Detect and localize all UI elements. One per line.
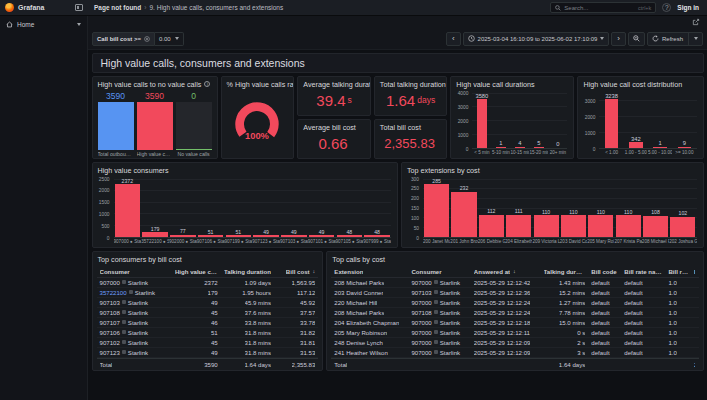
bar[interactable]	[115, 184, 141, 236]
sidebar-item-home[interactable]: Home	[0, 16, 87, 32]
column-header[interactable]: Talking duration	[221, 268, 274, 275]
share-icon[interactable]	[692, 18, 700, 26]
bar[interactable]	[561, 215, 586, 236]
bar[interactable]	[534, 215, 559, 236]
bar[interactable]	[534, 147, 544, 148]
grafana-logo-icon[interactable]	[5, 3, 14, 12]
bar-group[interactable]: 102	[669, 179, 696, 237]
chevron-down-icon[interactable]	[694, 37, 698, 40]
table-row[interactable]: 204 Elizabeth Chapman907000Starlink2025-…	[331, 318, 698, 328]
panel-title[interactable]: High value call cost distribution	[578, 77, 702, 90]
panel-title[interactable]: Average talking duration	[298, 77, 370, 90]
panel-title[interactable]: Top consumers by bill cost	[93, 252, 323, 265]
bar-group[interactable]: 179	[141, 179, 169, 237]
bar[interactable]	[477, 99, 487, 148]
table-row[interactable]: 220 Michael Hill907000Starlink2025-05-29…	[331, 298, 698, 308]
bar[interactable]	[506, 215, 531, 236]
column-header[interactable]: Consumer	[97, 268, 172, 275]
time-forward-button[interactable]: ›	[611, 32, 626, 46]
panel-title[interactable]: % High value calls ratio	[222, 77, 294, 90]
table-row[interactable]: 907103Starlink4945.9 mins45.92	[97, 298, 319, 308]
bar[interactable]	[605, 99, 618, 148]
panel-title[interactable]: Top extensions by cost	[402, 163, 703, 176]
bar[interactable]	[588, 215, 613, 236]
bar[interactable]	[479, 215, 504, 237]
panel-title[interactable]: Average bill cost	[298, 120, 370, 133]
bar-group[interactable]: 49	[252, 179, 280, 237]
table-row[interactable]: 907123Starlink4931.8 mins31.53	[97, 348, 319, 358]
bar-gauge-item[interactable]: 0No value calls	[176, 91, 212, 157]
help-icon[interactable]: ?	[662, 3, 671, 12]
bar-group[interactable]: 48	[336, 179, 364, 237]
bar[interactable]	[616, 215, 641, 236]
column-header[interactable]: Answered at↓	[471, 268, 541, 275]
bar[interactable]	[364, 235, 390, 236]
column-header[interactable]: High value calls	[172, 268, 221, 275]
bar[interactable]	[424, 184, 449, 236]
time-back-button[interactable]: ‹	[446, 32, 461, 46]
bar-group[interactable]: 0	[548, 93, 567, 148]
table-row[interactable]: 248 Denise Lynch907000Starlink2025-05-29…	[331, 338, 698, 348]
filter-value-select[interactable]: 0.00	[155, 32, 184, 46]
panel-title[interactable]: Total bill cost	[375, 120, 447, 133]
bar-group[interactable]: 110	[587, 179, 614, 237]
bar-group[interactable]: 3580	[472, 93, 491, 148]
table-row[interactable]: 907000Starlink23721.09 days1,563.95	[97, 278, 319, 288]
bar[interactable]	[653, 147, 666, 148]
bar[interactable]	[670, 217, 695, 237]
chevron-down-icon[interactable]	[77, 23, 81, 26]
zoom-out-button[interactable]	[628, 32, 645, 46]
bar-group[interactable]: 110	[532, 179, 559, 237]
bar[interactable]	[281, 235, 307, 236]
bar-group[interactable]: 342	[624, 93, 648, 148]
bar-group[interactable]: 110	[560, 179, 587, 237]
bar[interactable]	[309, 235, 335, 236]
bar-group[interactable]: 9	[672, 93, 696, 148]
bar-group[interactable]: 285	[423, 179, 450, 237]
table-row[interactable]: 208 Michael Parks907000Starlink2025-05-2…	[331, 278, 698, 288]
bar[interactable]	[337, 235, 363, 236]
breadcrumb-current[interactable]: 9. High value calls, consumers and exten…	[149, 4, 283, 11]
bar-gauge-item[interactable]: 3590Total outbound c...	[98, 91, 134, 157]
filter-label[interactable]: Call bill cost >=	[92, 32, 155, 46]
table-row[interactable]: 241 Heather Wilson907000Starlink2025-05-…	[331, 348, 698, 358]
panel-title[interactable]: High value consumers	[93, 163, 397, 176]
bar[interactable]	[142, 232, 168, 236]
breadcrumb-root[interactable]: Page not found	[94, 4, 141, 11]
table-row[interactable]: 208 Michael Parks907108Starlink2025-05-2…	[331, 308, 698, 318]
column-header[interactable]: Talking duration	[541, 268, 589, 275]
bar-gauge-item[interactable]: 3590High value calls	[137, 91, 173, 157]
column-header[interactable]: Bill rate	[665, 268, 691, 275]
bar-group[interactable]: 1	[491, 93, 510, 148]
bar[interactable]	[226, 235, 252, 236]
bar[interactable]	[170, 235, 196, 237]
column-header[interactable]: Bill cost↓	[274, 268, 318, 275]
bar[interactable]	[643, 216, 668, 237]
bar[interactable]	[496, 147, 506, 148]
table-row[interactable]: 907102Starlink4531.8 mins31.81	[97, 338, 319, 348]
bar-group[interactable]: 2372	[114, 179, 142, 237]
search-input[interactable]: Search... ctrl+k	[550, 2, 656, 13]
info-icon[interactable]: i	[204, 81, 210, 87]
bar-group[interactable]: 1	[648, 93, 672, 148]
bar[interactable]	[253, 235, 279, 236]
table-row[interactable]: 907108Starlink4537.6 mins37.57	[97, 308, 319, 318]
refresh-button[interactable]: Refresh	[647, 32, 703, 46]
bar-group[interactable]: 48	[363, 179, 391, 237]
table-row[interactable]: 35722100Starlink1791.95 hours117.12	[97, 288, 319, 298]
panel-title[interactable]: High value calls to no value calls i	[93, 77, 217, 90]
bar[interactable]	[198, 235, 224, 236]
panel-title[interactable]: Total talking duration	[375, 77, 447, 90]
table-row[interactable]: 203 David Conner907103Starlink2025-05-29…	[331, 288, 698, 298]
panel-title[interactable]: Top calls by cost	[327, 252, 702, 265]
bar-group[interactable]: 112	[478, 179, 505, 237]
bar-group[interactable]: 49	[280, 179, 308, 237]
bar-group[interactable]: 51	[197, 179, 225, 237]
consumer-id[interactable]: 35722100	[100, 289, 127, 296]
bar-group[interactable]: 49	[308, 179, 336, 237]
column-header[interactable]: Bill rate name	[621, 268, 665, 275]
time-range-picker[interactable]: 2025-03-04 16:10:09 to 2025-06-02 17:10:…	[463, 32, 610, 46]
bar-group[interactable]: 4	[510, 93, 529, 148]
table-row[interactable]: 205 Mary Robinson907000Starlink2025-05-2…	[331, 328, 698, 338]
table-row[interactable]: 907107Starlink4633.8 mins33.78	[97, 318, 319, 328]
